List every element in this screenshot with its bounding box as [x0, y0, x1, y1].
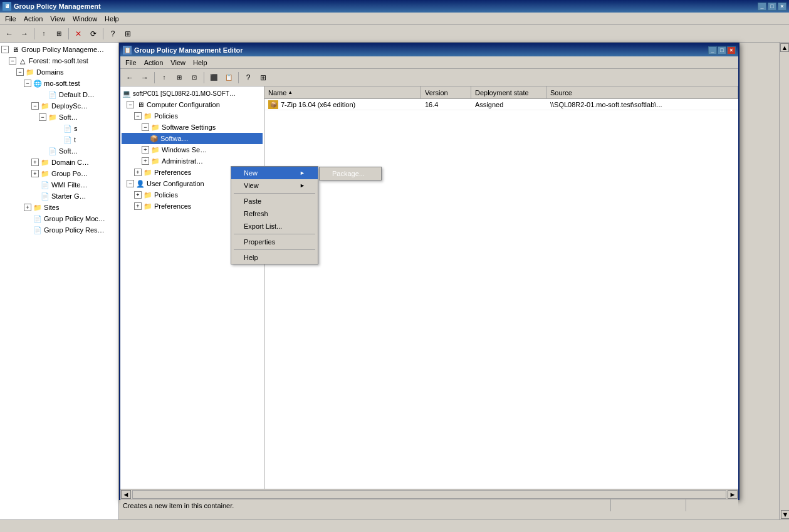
inner-hscroll[interactable]: ◄ ► — [120, 489, 738, 499]
inner-menu-help[interactable]: Help — [189, 58, 211, 68]
expander-prefs[interactable]: + — [134, 169, 142, 176]
console-btn[interactable]: ⊞ — [121, 27, 135, 41]
inner-show2-btn[interactable]: ⊡ — [187, 71, 201, 85]
tree-item-gpres[interactable]: 📄 Group Policy Res… — [1, 224, 117, 236]
expander-soft1[interactable]: − — [39, 113, 46, 121]
help-btn[interactable]: ? — [106, 27, 120, 41]
inner-minimize-btn[interactable]: _ — [708, 46, 717, 55]
tree-item-soft2[interactable]: 📄 Soft… — [1, 145, 117, 157]
submenu-new: Package... — [319, 167, 382, 180]
expander-swsettings[interactable]: − — [142, 123, 149, 131]
hscroll-left-btn[interactable]: ◄ — [121, 490, 131, 499]
expander-compcfg[interactable]: − — [127, 101, 134, 108]
ctx-paste[interactable]: Paste — [231, 195, 318, 207]
inner-menu-view[interactable]: View — [167, 58, 189, 68]
inner-console-btn[interactable]: ⊞ — [256, 71, 270, 85]
inner-tree-policies[interactable]: − 📁 Policies — [122, 110, 263, 122]
inner-exp-btn[interactable]: ⬛ — [207, 71, 221, 85]
ctx-view[interactable]: View ► — [231, 179, 318, 192]
hscroll-right-btn[interactable]: ► — [728, 490, 738, 499]
expander-policies[interactable]: − — [134, 112, 142, 120]
tree-item-mosoft[interactable]: − 🌐 mo-soft.test — [1, 78, 117, 89]
outer-minimize-btn[interactable]: _ — [758, 3, 766, 11]
inner-show-btn[interactable]: ⊞ — [172, 71, 186, 85]
expander-grouppo[interactable]: + — [31, 170, 39, 177]
tree-item-t[interactable]: 📄 t — [1, 134, 117, 145]
expander-winsettings[interactable]: + — [142, 146, 149, 154]
icon-domains: 📁 — [25, 67, 35, 77]
col-header-source[interactable]: Source — [546, 86, 738, 98]
tree-item-domains[interactable]: − 📁 Domains — [1, 66, 117, 78]
outer-menu-action[interactable]: Action — [20, 14, 47, 24]
expander-domainc[interactable]: + — [31, 159, 39, 166]
show-btn[interactable]: ⊞ — [52, 27, 66, 41]
ctx-refresh[interactable]: Refresh — [231, 207, 318, 220]
delete-btn[interactable]: ✕ — [71, 27, 85, 41]
expander-userprefs[interactable]: + — [134, 202, 142, 210]
expander-admintmpls[interactable]: + — [142, 157, 149, 165]
expander-root[interactable]: − — [1, 46, 9, 53]
inner-toolbar-sep3 — [238, 72, 239, 83]
up-btn[interactable]: ↑ — [37, 27, 51, 41]
submenu-package[interactable]: Package... — [320, 167, 381, 180]
expander-domains[interactable]: − — [16, 68, 24, 76]
outer-right-scrollbar[interactable]: ▲ ▼ — [779, 43, 789, 519]
inner-tree-swinstall[interactable]: 📦 Softwa… — [122, 133, 263, 144]
expander-sites[interactable]: + — [24, 204, 31, 211]
outer-menu-view[interactable]: View — [46, 14, 69, 24]
vscroll-down-btn[interactable]: ▼ — [781, 510, 789, 519]
tree-item-wmifilt[interactable]: 📄 WMI Filte… — [1, 179, 117, 190]
expander-mosoft[interactable]: − — [24, 80, 31, 87]
inner-restore-btn[interactable]: □ — [718, 46, 726, 55]
inner-tree-winsettings[interactable]: + 📁 Windows Se… — [122, 144, 263, 155]
col-header-name[interactable]: Name ▲ — [264, 86, 421, 98]
inner-menu-action[interactable]: Action — [140, 58, 167, 68]
forward-btn[interactable]: → — [18, 27, 31, 41]
inner-tree-compcfg[interactable]: − 🖥 Computer Configuration — [122, 99, 263, 110]
inner-toolbar-sep1 — [154, 72, 155, 83]
expander-userpolicies[interactable]: + — [134, 191, 142, 199]
refresh-btn[interactable]: ⟳ — [86, 27, 100, 41]
expander-usercfg[interactable]: − — [127, 180, 134, 187]
tree-item-deploysc[interactable]: − 📁 DeploySc… — [1, 100, 117, 112]
tree-item-grouppo[interactable]: + 📁 Group Po… — [1, 168, 117, 179]
back-btn[interactable]: ← — [3, 27, 16, 41]
outer-menu-help[interactable]: Help — [101, 14, 123, 24]
col-header-version[interactable]: Version — [421, 86, 471, 98]
tree-item-gpmoc[interactable]: 📄 Group Policy Moc… — [1, 213, 117, 224]
ctx-help[interactable]: Help — [231, 251, 318, 264]
tree-item-sites[interactable]: + 📁 Sites — [1, 202, 117, 213]
tree-item-root[interactable]: − 🖥 Group Policy Manageme… — [1, 44, 117, 55]
ctx-properties[interactable]: Properties — [231, 236, 318, 248]
inner-help-btn[interactable]: ? — [241, 71, 255, 85]
inner-tree-btn[interactable]: 📋 — [222, 71, 236, 85]
tree-item-starterg[interactable]: 📄 Starter G… — [1, 190, 117, 202]
hscroll-track[interactable] — [132, 490, 726, 499]
cell-name: 📦 7-Zip 16.04 (x64 edition) — [264, 99, 421, 110]
col-header-deploy[interactable]: Deployment state — [471, 86, 546, 98]
inner-tree-root[interactable]: 💻 softPC01 [SQL08R2-01.MO-SOFT… — [122, 88, 263, 99]
tree-item-defaultd[interactable]: 📄 Default D… — [1, 89, 117, 100]
tree-item-soft1[interactable]: − 📁 Soft… — [1, 112, 117, 123]
inner-close-btn[interactable]: × — [727, 46, 736, 55]
inner-tree-admintmpls[interactable]: + 📁 Administrat… — [122, 155, 263, 167]
vscroll-up-btn[interactable]: ▲ — [780, 43, 789, 52]
outer-menu-file[interactable]: File — [1, 14, 20, 24]
inner-tree-swsettings[interactable]: − 📁 Software Settings — [122, 122, 263, 133]
outer-restore-btn[interactable]: □ — [768, 3, 776, 11]
ctx-export[interactable]: Export List... — [231, 220, 318, 232]
inner-forward-btn[interactable]: → — [138, 71, 152, 85]
inner-menu-file[interactable]: File — [122, 58, 140, 68]
outer-close-btn[interactable]: × — [778, 3, 786, 11]
tree-item-domainc[interactable]: + 📁 Domain C… — [1, 157, 117, 168]
tree-item-s[interactable]: 📄 s — [1, 123, 117, 134]
table-row[interactable]: 📦 7-Zip 16.04 (x64 edition) 16.4 Assigne… — [264, 99, 738, 110]
outer-menu-window[interactable]: Window — [69, 14, 101, 24]
tree-item-forest[interactable]: − △ Forest: mo-soft.test — [1, 55, 117, 66]
expander-forest[interactable]: − — [9, 57, 16, 65]
inner-back-btn[interactable]: ← — [123, 71, 137, 85]
expander-deploysc[interactable]: − — [31, 102, 39, 110]
ctx-new[interactable]: New ► Package... — [231, 167, 318, 179]
inner-up-btn[interactable]: ↑ — [157, 71, 171, 85]
inner-win-buttons: _ □ × — [708, 46, 736, 55]
